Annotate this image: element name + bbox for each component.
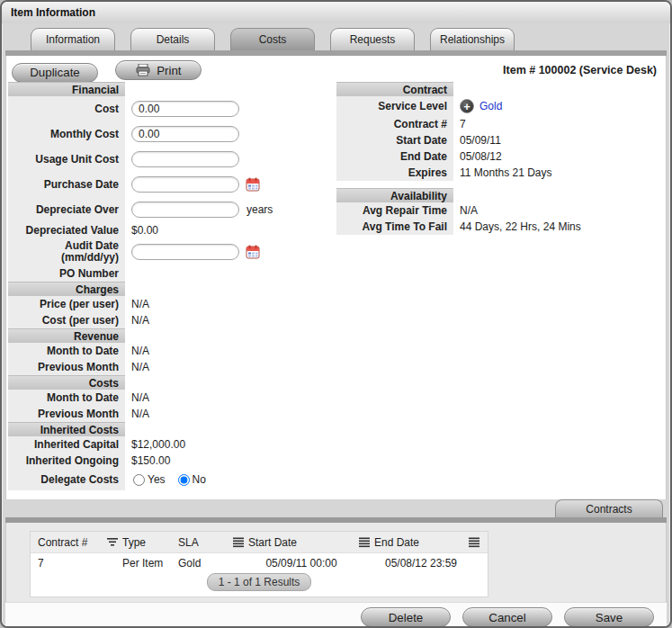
avg-time-to-fail-row: Avg Time To Fail 44 Days, 22 Hrs, 24 Min… [336,219,666,235]
service-level-row: Service Level + Gold [336,96,666,116]
filter-icon[interactable] [103,537,122,548]
revenue-prev-row: Previous Month N/A [8,359,336,375]
purchase-date-label: Purchase Date [8,172,125,197]
table-row[interactable]: 7 Per Item Gold 05/09/11 00:00 05/08/12 … [31,553,488,573]
usage-unit-cost-row: Usage Unit Cost [8,147,336,172]
costs-prev-row: Previous Month N/A [8,406,336,422]
section-header-contract: Contract [336,82,453,96]
delegate-no-option[interactable]: No [178,473,206,486]
tab-details[interactable]: Details [130,28,215,50]
cell-start-date: 05/09/11 00:00 [248,557,354,570]
avg-repair-time-label: Avg Repair Time [336,202,453,219]
start-date-value: 05/09/11 [453,134,501,147]
tab-contracts[interactable]: Contracts [555,499,663,517]
usage-unit-cost-input[interactable] [131,151,239,167]
pagination-row: 1 - 1 of 1 Results [31,573,488,597]
contract-number-label: Contract # [336,116,453,132]
menu-icon[interactable] [468,537,488,548]
calendar-icon[interactable] [246,177,260,192]
cost-per-user-row: Cost (per user) N/A [8,312,336,328]
po-number-row: PO Number [8,265,336,282]
expires-row: Expires 11 Months 21 Days [336,165,666,181]
po-number-label: PO Number [8,265,125,282]
tab-costs[interactable]: Costs [230,28,315,50]
menu-icon[interactable] [354,537,374,548]
expires-value: 11 Months 21 Days [453,166,552,179]
print-button-label: Print [157,64,181,77]
section-header-financial: Financial [8,82,125,96]
revenue-mtd-row: Month to Date N/A [8,343,336,359]
delegate-no-radio[interactable] [178,474,190,486]
start-date-label: Start Date [336,132,453,148]
price-per-user-row: Price (per user) N/A [8,296,336,312]
delegate-yes-radio[interactable] [133,474,145,486]
monthly-cost-row: Monthly Cost [8,121,336,147]
contracts-table-header: Contract # Type SLA [31,532,488,553]
tab-bar: Information Details Costs Requests Relat… [2,28,670,50]
delegate-costs-radio-group: Yes No [125,473,206,486]
contracts-panel: Contract # Type SLA [5,523,667,602]
monthly-cost-input[interactable] [131,126,239,142]
duplicate-button[interactable]: Duplicate [12,63,98,83]
column-header-start-date[interactable]: Start Date [248,536,354,549]
financial-block: Financial Cost Monthly Cost Usage Unit C… [8,82,336,490]
save-button[interactable]: Save [564,607,654,627]
depreciate-over-input[interactable] [131,202,239,218]
delete-button[interactable]: Delete [361,607,451,627]
footer-actions: Delete Cancel Save [5,602,667,628]
cancel-button[interactable]: Cancel [462,607,552,627]
column-header-sla[interactable]: SLA [178,536,228,549]
cost-input[interactable] [131,101,239,117]
toolbar: Duplicate Print Item # 100002 (Service D… [12,60,659,82]
purchase-date-input[interactable] [131,176,239,193]
service-level-label: Service Level [336,96,453,116]
section-header-revenue: Revenue [8,328,125,343]
depreciated-value: $0.00 [125,224,158,237]
audit-date-input[interactable] [131,244,239,260]
tab-requests[interactable]: Requests [330,28,415,50]
cell-type: Per Item [122,557,178,570]
purchase-date-row: Purchase Date [8,172,336,197]
delegate-yes-label: Yes [148,473,166,486]
inherited-ongoing-row: Inherited Ongoing $150.00 [8,453,336,469]
contracts-table: Contract # Type SLA [30,531,488,597]
print-button[interactable]: Print [115,60,202,80]
inherited-ongoing-value: $150.00 [125,454,170,467]
audit-date-label-line2: (mm/dd/yy) [61,252,119,264]
section-header-availability: Availability [336,188,453,202]
section-header-inherited-costs: Inherited Costs [8,422,125,436]
audit-date-row: Audit Date (mm/dd/yy) [8,238,336,265]
service-level-link[interactable]: Gold [479,100,502,112]
revenue-mtd-value: N/A [125,345,149,357]
cancel-button-label: Cancel [488,611,526,624]
add-service-level-icon[interactable]: + [460,99,474,113]
avg-repair-time-value: N/A [453,204,478,217]
cell-end-date: 05/08/12 23:59 [374,557,468,570]
audit-date-label: Audit Date (mm/dd/yy) [8,238,125,265]
inherited-ongoing-label: Inherited Ongoing [8,453,125,469]
contract-block: Contract Service Level + Gold Contract #… [336,82,666,235]
depreciated-value-label: Depreciated Value [8,222,125,238]
revenue-prev-value: N/A [125,361,149,373]
tab-information[interactable]: Information [31,28,115,50]
delegate-yes-option[interactable]: Yes [133,473,166,486]
start-date-row: Start Date 05/09/11 [336,132,666,148]
costs-mtd-row: Month to Date N/A [8,390,336,406]
contract-number-value: 7 [453,118,466,130]
column-header-contract-number[interactable]: Contract # [31,536,103,549]
item-reference: Item # 100002 (Service Desk) [503,64,657,76]
menu-icon[interactable] [228,537,248,548]
tab-relationships[interactable]: Relationships [430,28,515,50]
price-per-user-value: N/A [125,298,149,310]
depreciated-value-row: Depreciated Value $0.00 [8,222,336,238]
end-date-label: End Date [336,148,453,165]
cost-label: Cost [8,96,125,121]
column-header-type[interactable]: Type [122,536,178,549]
column-header-end-date[interactable]: End Date [374,536,468,549]
costs-mtd-label: Month to Date [8,390,125,406]
pagination-results[interactable]: 1 - 1 of 1 Results [207,573,312,591]
price-per-user-label: Price (per user) [8,296,125,312]
calendar-icon[interactable] [246,245,260,259]
inherited-capital-row: Inherited Capital $12,000.00 [8,436,336,453]
duplicate-button-label: Duplicate [30,66,80,79]
